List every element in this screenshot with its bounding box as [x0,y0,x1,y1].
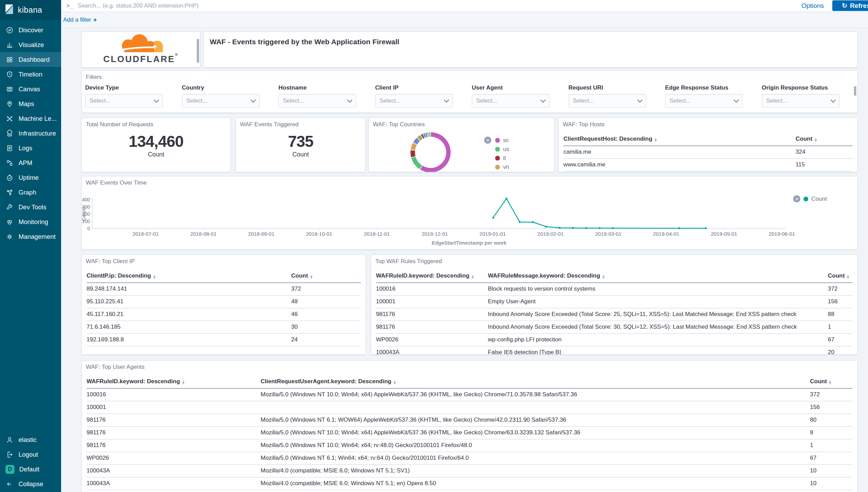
table-cell: camilia.me [563,146,796,159]
column-header-count[interactable]: Count▴▾ [291,268,361,283]
table-cell: 981176 [376,321,488,333]
panel-title: WAF: Top Client IP [82,255,366,265]
svg-text:2019-01-01: 2019-01-01 [479,231,506,237]
refresh-button[interactable]: ↻ Refresh [832,0,868,11]
sidebar-item-elastic[interactable]: elastic [0,432,61,447]
table-cell: 1 [828,321,853,333]
table-cell: Mozilla/4.0 (compatible; MSIE 6.0; Windo… [261,465,810,477]
uptime-icon [5,174,14,182]
legend-label[interactable]: Count [811,196,827,202]
sidebar-item-logs[interactable]: Logs [0,141,61,155]
panel-title: Top WAF Rules Triggered [371,255,857,265]
sidebar-item-machine-le[interactable]: Machine Le... [0,111,61,126]
sidebar-item-monitoring[interactable]: Monitoring [0,214,61,229]
sidebar-item-dashboard[interactable]: Dashboard [0,52,61,67]
scrollbar-thumb[interactable] [197,39,199,63]
line-chart-legend: > Count [793,195,827,202]
metric-value: 134,460 [82,132,230,151]
table-cell: 24 [291,333,361,346]
sidebar-item-discover[interactable]: Discover [0,23,61,37]
sidebar-item-graph[interactable]: Graph [0,185,61,200]
sidebar-item-dev-tools[interactable]: Dev Tools [0,200,61,214]
sidebar-item-logout[interactable]: Logout [0,447,61,462]
filter-group-client-ip: Client IPSelect... [375,84,453,108]
data-table: ClientRequestHost: Descending▴▾Count▴▾ca… [563,131,853,172]
column-header-wafruleid-keyword-descending[interactable]: WAFRuleID.keyword: Descending▴▾ [376,268,488,283]
sidebar-item-collapse[interactable]: Collapse [0,477,61,491]
top-client-ip-panel: WAF: Top Client IP ClientIP.ip: Descendi… [81,255,366,355]
filter-select-user-agent[interactable]: Select... [472,94,549,108]
sidebar-item-timelion[interactable]: Timelion [0,67,61,82]
svg-text:2019-06-01: 2019-06-01 [769,231,795,237]
filter-select-edge-response-status[interactable]: Select... [665,94,743,108]
legend-item-it[interactable]: it [495,154,509,163]
options-button[interactable]: Options [801,0,824,11]
donut-slice[interactable] [426,135,427,135]
column-header-wafrulemessage-keyword-descending[interactable]: WAFRuleMessage.keyword: Descending▴▾ [488,268,828,283]
metric-label: Count [82,151,230,158]
kibana-logo[interactable]: kibana [0,0,61,20]
sidebar-item-uptime[interactable]: Uptime [0,170,61,185]
logs-icon [5,144,14,152]
table-cell: 8 [810,426,853,439]
sidebar-item-infrastructure[interactable]: Infrastructure [0,126,61,141]
filter-select-request-uri[interactable]: Select... [569,94,646,108]
column-header-clientrequestuseragent-keyword-descending[interactable]: ClientRequestUserAgent.keyword: Descendi… [261,374,810,388]
svg-text:400: 400 [82,197,90,202]
total-requests-metric-panel: Total Number of Requests 134,460 Count [81,118,231,172]
legend-item-sc[interactable]: sc [495,136,509,145]
legend-expand-icon[interactable]: > [484,137,491,144]
scrollbar-thumb[interactable] [854,86,856,96]
legend-expand-icon[interactable]: > [793,195,800,202]
sidebar-item-default[interactable]: DDefault [0,462,61,477]
sidebar-item-apm[interactable]: APM [0,155,61,170]
column-header-clientrequesthost-descending[interactable]: ClientRequestHost: Descending▴▾ [563,131,796,146]
donut-slice-it[interactable] [413,151,413,157]
table-row: 100016Mozilla/5.0 (Windows NT 10.0; Win6… [87,388,853,401]
legend-item-us[interactable]: us [495,145,509,154]
donut-slice-sc[interactable] [421,134,448,170]
sidebar-item-canvas[interactable]: Canvas [0,82,61,96]
dashboard-icon [5,56,14,64]
table-row: 89.248.174.141372 [87,283,361,295]
top-waf-rules-table-wrap: WAFRuleID.keyword: Descending▴▾WAFRuleMe… [371,268,857,355]
data-point [532,221,534,223]
sidebar-item-visualize[interactable]: Visualize [0,37,61,52]
add-filter-link[interactable]: Add a filter + [63,16,97,24]
filter-select-origin-response-status[interactable]: Select... [762,94,840,108]
svg-text:2018-10-01: 2018-10-01 [306,231,332,237]
table-row: 45.117.160.2146 [87,308,361,321]
legend-item-vn[interactable]: vn [495,163,509,172]
donut-slice[interactable] [415,139,418,143]
data-point [705,227,707,230]
filter-select-hostname[interactable]: Select... [278,94,356,108]
user-icon [5,436,14,444]
column-header-clientip-ip-descending[interactable]: ClientIP.ip: Descending▴▾ [87,268,291,283]
sort-icon: ▴▾ [603,274,605,279]
filter-select-client-ip[interactable]: Select... [375,94,453,108]
donut-slice[interactable] [422,136,423,137]
column-header-count[interactable]: Count▴▾ [810,374,853,388]
sidebar-item-management[interactable]: Management [0,229,61,244]
chevron-down-icon [540,97,546,103]
search-input[interactable] [77,2,868,10]
table-cell: 372 [810,388,853,401]
filter-select-device-type[interactable]: Select... [85,94,163,108]
table-cell: 156 [828,295,853,308]
column-header-wafruleid-keyword-descending[interactable]: WAFRuleID.keyword: Descending▴▾ [87,374,261,388]
filter-select-country[interactable]: Select... [182,94,260,108]
table-cell: 100043A [87,477,261,490]
canvas-icon [5,85,14,93]
cloudflare-branding-panel: CLOUDFLARE® [81,32,201,68]
column-header-count[interactable]: Count▴▾ [796,131,853,146]
filter-group-country: CountrySelect... [182,84,260,108]
donut-slice[interactable] [419,137,422,139]
donut-slice-vn[interactable] [413,144,415,150]
donut-slice-us[interactable] [413,157,421,167]
legend-swatch [495,138,500,143]
column-header-count[interactable]: Count▴▾ [828,268,853,283]
table-cell: Inbound Anomaly Score Exceeded (Total Sc… [488,321,828,333]
table-cell: WP0026 [87,452,261,465]
donut-slice[interactable] [424,135,425,136]
sidebar-item-maps[interactable]: Maps [0,96,61,111]
